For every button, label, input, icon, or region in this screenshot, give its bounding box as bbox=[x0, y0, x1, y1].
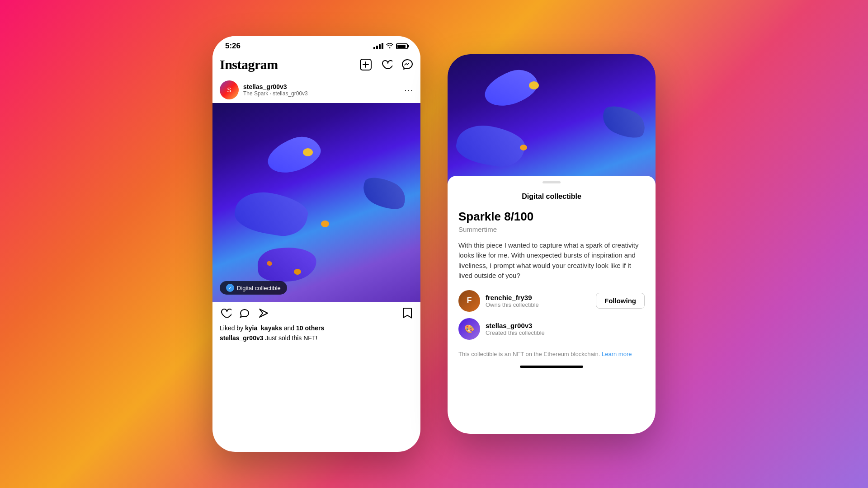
ig-header: Instagram bbox=[212, 54, 420, 77]
post-user-info: stellas_gr00v3 The Spark · stellas_gr00v… bbox=[243, 83, 400, 97]
post-subtitle: The Spark · stellas_gr00v3 bbox=[243, 90, 400, 97]
add-icon[interactable] bbox=[360, 59, 372, 70]
sheet-handle bbox=[542, 181, 561, 183]
signal-icon bbox=[373, 43, 383, 49]
like-icon[interactable] bbox=[220, 307, 231, 319]
dot-right-1 bbox=[529, 81, 539, 89]
creator-info: stellas_gr00v3 Created this collectible bbox=[486, 322, 645, 336]
wifi-icon bbox=[386, 42, 393, 50]
phone-left: 5:26 Instagram bbox=[212, 36, 420, 452]
nft-footer: This collectible is an NFT on the Ethere… bbox=[458, 350, 645, 359]
blob-shape-4 bbox=[358, 172, 410, 216]
post-caption: stellas_gr00v3 Just sold this NFT! bbox=[212, 333, 420, 345]
nft-subtitle: Summertime bbox=[458, 225, 645, 233]
creator-avatar-img: 🎨 bbox=[458, 318, 480, 340]
home-indicator bbox=[520, 366, 583, 368]
messenger-icon[interactable] bbox=[401, 59, 413, 70]
phone-right: Digital collectible Sparkle 8/100 Summer… bbox=[448, 54, 656, 434]
owner-username[interactable]: frenchie_fry39 bbox=[486, 294, 590, 301]
post-image: ✓ Digital collectible bbox=[212, 103, 420, 302]
owner-info: frenchie_fry39 Owns this collectible bbox=[486, 294, 590, 308]
more-options-icon[interactable]: ··· bbox=[404, 85, 413, 95]
owner-avatar-img: F bbox=[458, 290, 480, 312]
post-actions bbox=[212, 302, 420, 324]
caption-username[interactable]: stellas_gr00v3 bbox=[220, 334, 264, 342]
battery-icon bbox=[396, 43, 408, 49]
creator-avatar[interactable]: 🎨 bbox=[458, 318, 480, 340]
owner-row: F frenchie_fry39 Owns this collectible F… bbox=[458, 290, 645, 312]
creator-username[interactable]: stellas_gr00v3 bbox=[486, 322, 645, 329]
blob-shape-1 bbox=[263, 131, 325, 179]
owner-role: Owns this collectible bbox=[486, 301, 590, 308]
comment-icon[interactable] bbox=[239, 307, 250, 319]
header-icons bbox=[360, 59, 413, 70]
following-button[interactable]: Following bbox=[596, 293, 645, 309]
instagram-logo: Instagram bbox=[220, 57, 278, 72]
heart-icon[interactable] bbox=[381, 59, 392, 70]
blob-shape-2 bbox=[232, 188, 310, 240]
digital-collectible-badge[interactable]: ✓ Digital collectible bbox=[220, 281, 287, 295]
nft-description: With this piece I wanted to capture what… bbox=[458, 240, 645, 281]
blob-shape-3 bbox=[256, 245, 318, 284]
nft-title: Sparkle 8/100 bbox=[458, 210, 645, 224]
status-time: 5:26 bbox=[225, 42, 241, 51]
dot-right-2 bbox=[520, 145, 527, 150]
learn-more-link[interactable]: Learn more bbox=[602, 351, 632, 357]
post-user-row: S stellas_gr00v3 The Spark · stellas_gr0… bbox=[212, 77, 420, 103]
dot-shape-3 bbox=[294, 269, 301, 275]
dot-shape-1 bbox=[303, 148, 313, 156]
share-icon[interactable] bbox=[258, 307, 269, 319]
post-avatar[interactable]: S bbox=[220, 80, 239, 99]
status-bar: 5:26 bbox=[212, 36, 420, 54]
verified-icon: ✓ bbox=[226, 284, 234, 292]
blob-right-2 bbox=[454, 121, 527, 171]
status-icons bbox=[373, 42, 408, 50]
bookmark-icon[interactable] bbox=[401, 307, 413, 319]
creator-row: 🎨 stellas_gr00v3 Created this collectibl… bbox=[458, 318, 645, 340]
post-likes: Liked by kyia_kayaks and 10 others bbox=[212, 324, 420, 333]
owner-avatar[interactable]: F bbox=[458, 290, 480, 312]
creator-role: Created this collectible bbox=[486, 329, 645, 336]
abstract-art bbox=[212, 103, 420, 302]
dot-shape-2 bbox=[321, 221, 329, 227]
post-action-left bbox=[220, 307, 401, 319]
bottom-sheet: Digital collectible Sparkle 8/100 Summer… bbox=[448, 176, 656, 434]
sheet-title: Digital collectible bbox=[458, 192, 645, 201]
post-username[interactable]: stellas_gr00v3 bbox=[243, 83, 400, 90]
blob-right-3 bbox=[598, 100, 650, 144]
